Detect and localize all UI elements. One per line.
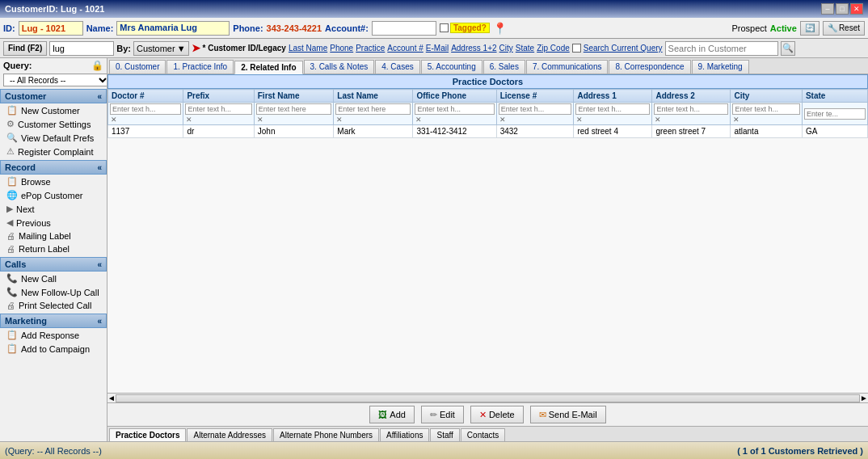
minimize-button[interactable]: – <box>821 3 834 15</box>
filter-clear-addr2[interactable]: ✕ <box>655 116 661 124</box>
sidebar-item-register-complaint[interactable]: ⚠ Register Complaint <box>0 145 107 158</box>
scroll-left-btn[interactable]: ◄ <box>107 394 116 402</box>
id-field[interactable] <box>19 21 83 36</box>
find-option-email[interactable]: E-Mail <box>426 44 449 53</box>
filter-clear-addr1[interactable]: ✕ <box>576 116 583 124</box>
col-address1[interactable]: Address 1 <box>574 90 652 103</box>
scroll-right-btn[interactable]: ► <box>860 394 868 402</box>
search-current-query-label[interactable]: Search Current Query <box>584 44 663 53</box>
table-container[interactable]: Doctor # Prefix First Name Last Name Off… <box>107 89 868 393</box>
sidebar-item-add-campaign[interactable]: 📋 Add to Campaign <box>0 342 107 356</box>
find-option-practice[interactable]: Practice <box>356 44 385 53</box>
filter-last-name[interactable] <box>335 103 411 115</box>
horizontal-scrollbar[interactable]: ◄ ► <box>107 393 868 402</box>
col-state[interactable]: State <box>802 90 867 103</box>
refresh-button[interactable]: 🔄 <box>800 21 820 36</box>
filter-clear-phone[interactable]: ✕ <box>415 116 422 124</box>
sidebar-section-record[interactable]: Record « <box>0 160 107 175</box>
filter-address1[interactable] <box>575 103 650 115</box>
edit-button[interactable]: ✏ Edit <box>421 406 464 423</box>
sidebar-item-previous[interactable]: ◀ Previous <box>0 216 107 230</box>
find-option-zip[interactable]: Zip Code <box>537 44 570 53</box>
delete-button[interactable]: ✕ Delete <box>470 406 524 423</box>
search-button[interactable]: 🔍 <box>781 41 795 56</box>
sidebar-item-new-call[interactable]: 📞 New Call <box>0 272 107 285</box>
search-current-query-checkbox[interactable] <box>572 44 581 53</box>
find-option-state[interactable]: State <box>516 44 534 53</box>
sidebar-section-calls[interactable]: Calls « <box>0 257 107 272</box>
find-input[interactable] <box>49 41 114 56</box>
sidebar-item-add-response[interactable]: 📋 Add Response <box>0 328 107 342</box>
filter-clear-first[interactable]: ✕ <box>257 116 263 124</box>
filter-clear-city[interactable]: ✕ <box>733 116 739 124</box>
filter-first-name[interactable] <box>256 103 332 115</box>
find-button[interactable]: Find (F2) <box>3 41 47 56</box>
search-input[interactable] <box>665 41 778 56</box>
tab-accounting[interactable]: 5. Accounting <box>421 60 482 74</box>
sidebar-item-print-selected-call[interactable]: 🖨 Print Selected Call <box>0 299 107 312</box>
filter-office-phone[interactable] <box>415 103 494 115</box>
col-address2[interactable]: Address 2 <box>652 90 731 103</box>
subtab-contacts[interactable]: Contacts <box>461 428 505 441</box>
account-field[interactable] <box>372 21 436 36</box>
sidebar-item-customer-settings[interactable]: ⚙ Customer Settings <box>0 117 107 131</box>
sidebar-item-next[interactable]: ▶ Next <box>0 202 107 216</box>
filter-clear-doctor[interactable]: ✕ <box>111 116 117 124</box>
filter-clear-prefix[interactable]: ✕ <box>186 116 192 124</box>
tab-practice-info[interactable]: 1. Practice Info <box>166 60 234 74</box>
close-button[interactable]: ✕ <box>850 3 863 15</box>
sidebar-item-epop-customer[interactable]: 🌐 ePop Customer <box>0 188 107 202</box>
maximize-button[interactable]: □ <box>836 3 849 15</box>
filter-clear-license[interactable]: ✕ <box>499 116 506 124</box>
tab-related-info[interactable]: 2. Related Info <box>234 61 302 74</box>
col-first-name[interactable]: First Name <box>254 90 334 103</box>
subtab-alternate-phone[interactable]: Alternate Phone Numbers <box>273 428 379 441</box>
find-option-phone[interactable]: Phone <box>330 44 353 53</box>
filter-prefix[interactable] <box>185 103 251 115</box>
sidebar-item-return-label[interactable]: 🖨 Return Label <box>0 242 107 255</box>
tab-correspondence[interactable]: 8. Correspondence <box>609 60 690 74</box>
filter-city[interactable] <box>732 103 799 115</box>
tab-communications[interactable]: 7. Communications <box>526 60 609 74</box>
sidebar-item-new-follow-up-call[interactable]: 📞 New Follow-Up Call <box>0 285 107 299</box>
add-button[interactable]: 🖼 Add <box>369 406 415 423</box>
by-dropdown[interactable]: Customer ▼ <box>133 41 189 56</box>
scroll-track[interactable] <box>116 394 860 402</box>
col-last-name[interactable]: Last Name <box>334 90 413 103</box>
tab-calls-notes[interactable]: 3. Calls & Notes <box>304 60 375 74</box>
sidebar-section-marketing[interactable]: Marketing « <box>0 314 107 328</box>
col-prefix[interactable]: Prefix <box>183 90 254 103</box>
subtab-alternate-addresses[interactable]: Alternate Addresses <box>187 428 272 441</box>
col-doctor-num[interactable]: Doctor # <box>108 90 183 103</box>
subtab-affiliations[interactable]: Affiliations <box>380 428 429 441</box>
sidebar-item-new-customer[interactable]: 📋 New Customer <box>0 103 107 117</box>
sidebar-item-mailing-label[interactable]: 🖨 Mailing Label <box>0 230 107 242</box>
filter-state[interactable] <box>804 108 866 120</box>
col-license-num[interactable]: License # <box>496 90 574 103</box>
sidebar-item-browse[interactable]: 📋 Browse <box>0 175 107 188</box>
tagged-checkbox[interactable] <box>440 23 449 32</box>
find-option-address[interactable]: Address 1+2 <box>451 44 496 53</box>
query-dropdown[interactable]: -- All Records -- <box>3 74 107 86</box>
find-option-lastname[interactable]: Last Name <box>289 44 327 53</box>
tab-cases[interactable]: 4. Cases <box>375 60 419 74</box>
query-icon[interactable]: 🔒 <box>91 60 103 71</box>
filter-doctor-num[interactable] <box>110 103 181 115</box>
tab-marketing[interactable]: 9. Marketing <box>692 60 749 74</box>
find-option-customer-id[interactable]: * Customer ID/Legacy <box>203 44 286 53</box>
filter-clear-last[interactable]: ✕ <box>336 116 343 124</box>
filter-license[interactable] <box>499 103 572 115</box>
subtab-staff[interactable]: Staff <box>430 428 459 441</box>
pin-icon[interactable]: 📍 <box>493 22 507 35</box>
tab-customer[interactable]: 0. Customer <box>109 60 166 74</box>
send-email-button[interactable]: ✉ Send E-Mail <box>530 406 606 423</box>
subtab-practice-doctors[interactable]: Practice Doctors <box>109 428 186 441</box>
filter-address2[interactable] <box>654 103 728 115</box>
sidebar-item-view-default-prefs[interactable]: 🔍 View Default Prefs <box>0 131 107 145</box>
tab-sales[interactable]: 6. Sales <box>483 60 525 74</box>
table-row[interactable]: 1137 dr John Mark 331-412-3412 3432 red … <box>108 125 868 138</box>
sidebar-section-customer[interactable]: Customer « <box>0 89 107 103</box>
col-office-phone[interactable]: Office Phone <box>413 90 496 103</box>
find-option-account[interactable]: Account # <box>387 44 423 53</box>
find-option-city[interactable]: City <box>499 44 513 53</box>
